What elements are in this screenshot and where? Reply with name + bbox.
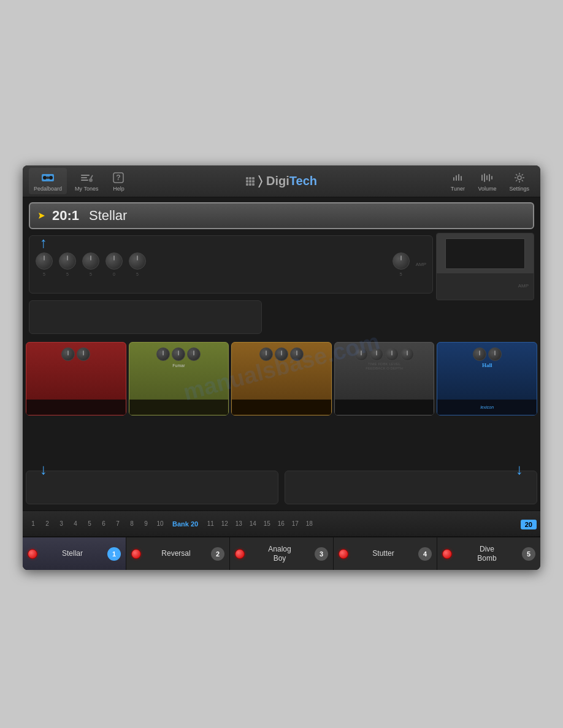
svg-point-20 — [518, 176, 521, 180]
bank-num-3[interactable]: 3 — [55, 520, 68, 527]
pedal-eq[interactable]: Fumar — [129, 342, 229, 415]
settings-button[interactable]: Settings — [504, 168, 534, 194]
pedal-eq-footer — [129, 400, 229, 415]
pedalboard-button[interactable]: Pedalboard — [29, 168, 67, 194]
pedal-reverb-brand: Hall — [482, 362, 492, 368]
knob-5-label: 5 — [136, 272, 139, 276]
help-button[interactable]: ? Help — [106, 168, 131, 194]
preset-btn-1[interactable]: Stellar 1 — [23, 537, 126, 570]
preset-btn-3[interactable]: AnalogBoy 3 — [230, 537, 334, 570]
svg-rect-19 — [491, 176, 492, 180]
led-3 — [235, 549, 245, 559]
svg-marker-21 — [39, 213, 45, 219]
delay-knob-2[interactable] — [370, 347, 383, 361]
bank-num-11[interactable]: 11 — [204, 520, 217, 527]
btn-number-4: 4 — [418, 547, 432, 561]
eq-knob-1[interactable] — [156, 347, 170, 361]
amp-display — [437, 233, 534, 273]
btn-number-5: 5 — [522, 547, 535, 561]
display-boxes-row — [26, 471, 537, 504]
knob-6[interactable] — [393, 252, 410, 270]
preset-name: Stellar — [89, 208, 526, 224]
pedal-reverb-knobs — [473, 347, 502, 361]
bank-num-4[interactable]: 4 — [69, 520, 82, 527]
dist-knob-1[interactable] — [61, 347, 75, 361]
led-4 — [339, 549, 348, 559]
bank-num-13[interactable]: 13 — [232, 520, 245, 527]
led-1 — [28, 549, 37, 559]
delay-knob-3[interactable] — [385, 347, 399, 361]
pedal-wah-knobs — [259, 347, 304, 361]
help-label: Help — [113, 186, 124, 192]
reverb-knob-2[interactable] — [488, 347, 502, 361]
preset-btn-5[interactable]: DiveBomb 5 — [437, 537, 540, 570]
bank-num-10[interactable]: 10 — [153, 520, 167, 527]
preset-display: 20:1 Stellar — [29, 202, 534, 229]
bank-num-1[interactable]: 1 — [26, 520, 40, 527]
delay-knob-4[interactable] — [400, 347, 414, 361]
eq-knob-3[interactable] — [187, 347, 201, 361]
wah-knob-1[interactable] — [259, 347, 273, 361]
bank-num-18[interactable]: 18 — [302, 520, 316, 527]
knob-3[interactable] — [82, 252, 99, 270]
svg-rect-6 — [81, 180, 88, 181]
svg-point-1 — [43, 176, 47, 180]
wah-knob-2[interactable] — [275, 347, 288, 361]
pedal-eq-label: Fumar — [172, 363, 185, 368]
my-tones-button[interactable]: My Tones — [70, 168, 103, 194]
btn-number-1: 1 — [107, 547, 121, 561]
btn-number-3: 3 — [315, 547, 328, 561]
pedal-wah[interactable] — [231, 342, 332, 415]
preset-footer: Stellar 1 Reversal 2 AnalogBoy 3 Stutter… — [23, 536, 540, 570]
toolbar-left: Pedalboard My Tones — [29, 168, 131, 194]
amp-control-label: AMP — [518, 283, 529, 289]
tuner-button[interactable]: Tuner — [445, 168, 470, 194]
delay-knob-1[interactable] — [354, 347, 368, 361]
bank-num-16[interactable]: 16 — [274, 520, 288, 527]
bank-num-17[interactable]: 17 — [288, 520, 302, 527]
pedal-distortion[interactable] — [26, 342, 126, 415]
knob-5[interactable] — [129, 252, 146, 270]
bank-num-2[interactable]: 2 — [40, 520, 54, 527]
pedal-reverb-footer: lexicon — [437, 400, 537, 415]
preset-btn-2[interactable]: Reversal 2 — [126, 537, 230, 570]
pedal-delay[interactable]: TIME FDBK LEVEL FEEDBACK O DEPTH — [334, 342, 435, 415]
reverb-knob-1[interactable] — [473, 347, 486, 361]
volume-icon — [480, 170, 494, 185]
bank-num-8[interactable]: 8 — [125, 520, 139, 527]
svg-point-7 — [89, 178, 93, 182]
pedal-reverb[interactable]: Hall lexicon — [437, 342, 537, 415]
dist-knob-2[interactable] — [77, 347, 90, 361]
led-2 — [131, 549, 141, 559]
wah-knob-3[interactable] — [290, 347, 304, 361]
bank-num-14[interactable]: 14 — [246, 520, 259, 527]
volume-label: Volume — [478, 186, 496, 192]
eq-knob-2[interactable] — [172, 347, 185, 361]
my-tones-label: My Tones — [75, 186, 98, 192]
svg-point-2 — [49, 176, 53, 180]
svg-rect-3 — [47, 176, 49, 179]
bank-num-5[interactable]: 5 — [83, 520, 96, 527]
knob-4-label: 0 — [113, 272, 115, 276]
bank-num-15[interactable]: 15 — [260, 520, 274, 527]
bank-num-12[interactable]: 12 — [218, 520, 231, 527]
pedals-row: Fumar TIME — [26, 342, 537, 415]
preset-btn-4[interactable]: Stutter 4 — [334, 537, 437, 570]
preset-number: 20:1 — [52, 208, 83, 224]
bank-num-9[interactable]: 9 — [139, 520, 153, 527]
knob-2[interactable] — [59, 252, 76, 270]
amp-controls: AMP — [437, 273, 534, 298]
display-box-3 — [285, 471, 537, 504]
preset-cursor-icon — [37, 211, 46, 220]
bank-badge[interactable]: 20 — [521, 520, 537, 529]
knob-1[interactable] — [36, 252, 53, 270]
pedalboard-icon — [40, 170, 55, 185]
bank-num-6[interactable]: 6 — [97, 520, 110, 527]
bank-num-7[interactable]: 7 — [111, 520, 124, 527]
knob-group-4: 0 — [105, 252, 123, 276]
svg-rect-11 — [453, 177, 454, 181]
btn-label-2: Reversal — [145, 549, 207, 558]
volume-button[interactable]: Volume — [473, 168, 501, 194]
knob-4[interactable] — [105, 252, 123, 270]
amp-label: AMP — [416, 262, 426, 267]
